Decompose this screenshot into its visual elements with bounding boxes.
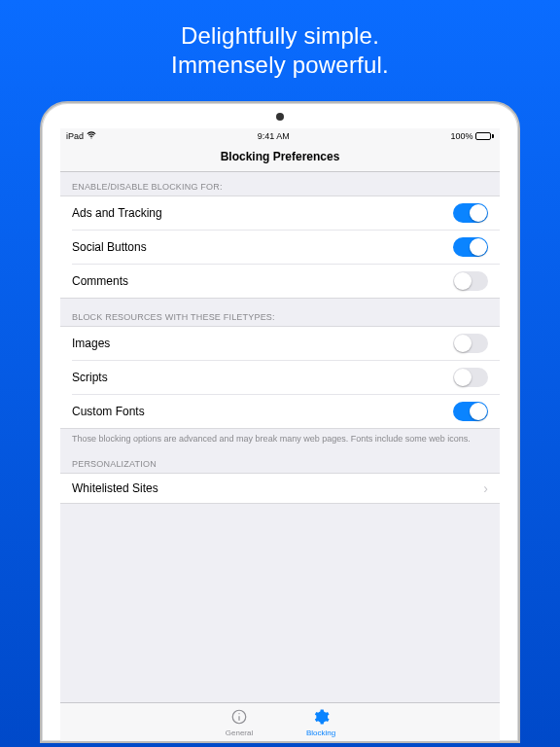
marketing-headline: Delightfully simple. Immensely powerful.	[171, 21, 389, 80]
device-label: iPad	[66, 131, 84, 141]
switch-social-buttons[interactable]	[453, 237, 488, 257]
filetypes-group: Images Scripts Custom Fonts	[60, 326, 500, 429]
switch-custom-fonts[interactable]	[453, 402, 488, 421]
headline-line2: Immensely powerful.	[171, 51, 389, 80]
tab-label: General	[226, 729, 253, 737]
ipad-device-frame: iPad 9:41 AM 100% Block	[40, 101, 520, 743]
camera-dot	[276, 113, 284, 121]
row-label: Comments	[72, 274, 453, 288]
svg-point-0	[91, 137, 92, 138]
wifi-icon	[87, 130, 96, 142]
section-header-personalization: PERSONALIZATION	[60, 445, 500, 473]
tab-bar: General Blocking	[60, 702, 500, 741]
row-comments: Comments	[72, 264, 500, 298]
row-label: Social Buttons	[72, 240, 453, 254]
switch-comments[interactable]	[453, 271, 488, 291]
headline-line1: Delightfully simple.	[171, 21, 389, 51]
switch-ads-tracking[interactable]	[453, 203, 488, 223]
row-label: Ads and Tracking	[72, 206, 453, 220]
blocking-group: Ads and Tracking Social Buttons Comments	[60, 196, 500, 299]
row-images: Images	[60, 327, 500, 360]
clock: 9:41 AM	[258, 131, 290, 141]
info-icon	[230, 708, 248, 728]
chevron-right-icon: ›	[483, 480, 488, 496]
row-ads-tracking: Ads and Tracking	[60, 196, 500, 230]
switch-images[interactable]	[453, 334, 488, 353]
section-header-filetypes: BLOCK RESOURCES WITH THESE FILETYPES:	[60, 299, 500, 326]
tab-blocking[interactable]: Blocking	[297, 708, 345, 737]
gear-icon	[312, 708, 330, 728]
personalization-group: Whitelisted Sites ›	[60, 473, 500, 504]
settings-content[interactable]: ENABLE/DISABLE BLOCKING FOR: Ads and Tra…	[60, 172, 500, 702]
battery-icon	[475, 132, 494, 140]
tab-general[interactable]: General	[215, 708, 263, 737]
section-footer-filetypes: Those blocking options are advanced and …	[60, 429, 500, 445]
row-whitelisted-sites[interactable]: Whitelisted Sites ›	[60, 474, 500, 503]
tab-label: Blocking	[306, 729, 335, 737]
row-label: Scripts	[72, 371, 453, 384]
row-custom-fonts: Custom Fonts	[72, 394, 500, 428]
row-scripts: Scripts	[72, 360, 500, 394]
page-title: Blocking Preferences	[60, 144, 500, 172]
row-label: Images	[72, 337, 453, 350]
row-label: Custom Fonts	[72, 405, 453, 418]
ipad-screen: iPad 9:41 AM 100% Block	[60, 128, 500, 741]
switch-scripts[interactable]	[453, 368, 488, 387]
status-bar: iPad 9:41 AM 100%	[60, 128, 500, 144]
row-label: Whitelisted Sites	[72, 481, 477, 495]
battery-percent: 100%	[450, 131, 472, 141]
svg-point-3	[238, 713, 239, 714]
row-social-buttons: Social Buttons	[72, 230, 500, 264]
section-header-blocking: ENABLE/DISABLE BLOCKING FOR:	[60, 172, 500, 196]
